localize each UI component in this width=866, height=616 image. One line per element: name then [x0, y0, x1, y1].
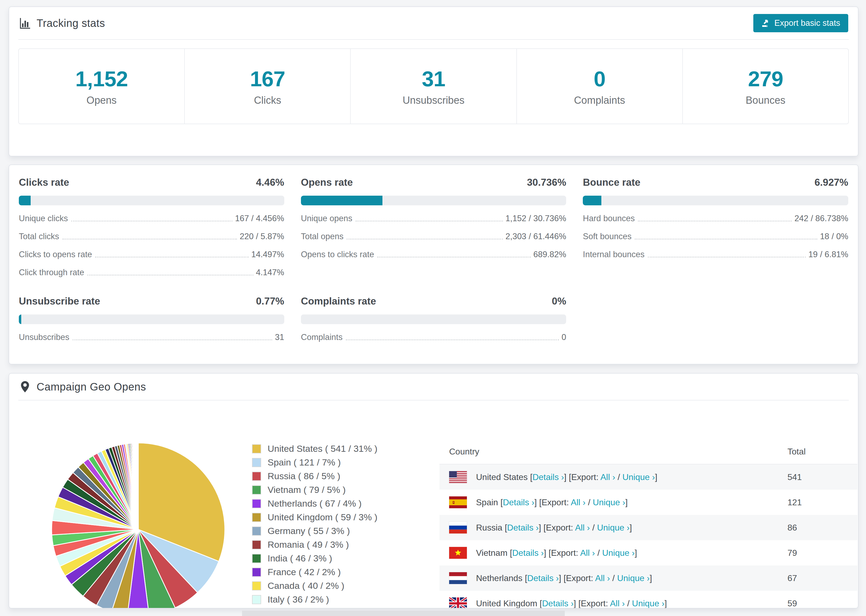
dotted-leader	[72, 339, 272, 340]
tracking-stats-header: Tracking stats Export basic stats	[9, 7, 858, 39]
country-total: 541	[787, 472, 857, 482]
rate-detail-label: Unique clicks	[19, 214, 68, 223]
country-total: 86	[787, 523, 857, 533]
export-unique-link[interactable]: Unique ›	[617, 573, 650, 583]
export-all-link[interactable]: All ›	[610, 599, 625, 608]
export-unique-link[interactable]: Unique ›	[602, 548, 635, 558]
legend-label: Netherlands ( 67 / 4% )	[268, 498, 362, 509]
rate-detail-label: Complaints	[301, 332, 343, 342]
country-total: 59	[787, 599, 857, 608]
legend-label: Russia ( 86 / 5% )	[268, 471, 340, 481]
country-cell: Vietnam [Details ›] [Export: All › / Uni…	[439, 547, 787, 559]
legend-label: Germany ( 55 / 3% )	[268, 526, 350, 536]
legend-color-swatch	[252, 526, 261, 536]
rate-detail-label: Clicks to opens rate	[19, 250, 92, 259]
export-unique-link[interactable]: Unique ›	[632, 599, 664, 608]
rates-card: Clicks rate4.46%Unique clicks167 / 4.456…	[9, 165, 858, 365]
total-column-header: Total	[787, 447, 857, 457]
rate-detail-label: Total clicks	[19, 232, 59, 241]
dotted-leader	[71, 221, 232, 222]
location-pin-icon	[19, 380, 31, 393]
export-icon	[761, 19, 770, 27]
country-total: 67	[787, 573, 857, 583]
rate-detail-value: 1,152 / 30.736%	[505, 214, 567, 223]
legend-item-france: France ( 42 / 2% )	[252, 567, 377, 577]
country-name: Netherlands	[476, 573, 523, 583]
stat-label: Clicks	[254, 94, 281, 106]
country-total: 121	[787, 498, 857, 508]
rate-progress-fill	[19, 314, 21, 324]
export-all-link[interactable]: All ›	[580, 548, 595, 558]
rate-detail-value: 4.147%	[256, 268, 284, 277]
stat-value: 0	[594, 67, 605, 91]
legend-label: Romania ( 49 / 3% )	[268, 539, 349, 550]
export-all-link[interactable]: All ›	[595, 573, 610, 583]
dotted-leader	[638, 221, 792, 222]
rate-detail-row: Clicks to opens rate14.497%	[19, 250, 284, 259]
rate-progress-fill	[583, 196, 601, 205]
flag-russia	[449, 522, 467, 533]
page-title: Tracking stats	[36, 17, 105, 29]
rate-title: Bounce rate	[583, 177, 640, 188]
rate-detail-row: Unique clicks167 / 4.456%	[19, 214, 284, 223]
details-link[interactable]: Details ›	[542, 599, 573, 608]
flag-united-states	[449, 471, 467, 483]
next-section-edge	[242, 611, 565, 616]
country-cell: Spain [Details ›] [Export: All › / Uniqu…	[439, 497, 787, 508]
rate-title: Complaints rate	[301, 295, 376, 307]
legend-color-swatch	[252, 554, 261, 563]
export-label: Export:	[571, 472, 598, 482]
header-divider	[18, 39, 849, 40]
rate-progress-fill	[301, 196, 383, 205]
rate-title: Opens rate	[301, 177, 353, 188]
table-row-gb: United Kingdom [Details ›] [Export: All …	[439, 591, 857, 608]
table-row-nl: Netherlands [Details ›] [Export: All › /…	[439, 566, 857, 591]
export-all-link[interactable]: All ›	[575, 523, 590, 533]
details-link[interactable]: Details ›	[503, 498, 534, 507]
rate-head: Clicks rate4.46%	[19, 177, 284, 188]
rate-progress-bar	[19, 314, 284, 324]
export-all-link[interactable]: All ›	[571, 498, 586, 507]
stat-value: 31	[422, 67, 446, 91]
details-link[interactable]: Details ›	[527, 573, 559, 583]
rate-block-unsubscribe-rate: Unsubscribe rate0.77%Unsubscribes31	[19, 295, 284, 342]
country-column-header: Country	[439, 447, 787, 457]
rate-title: Unsubscribe rate	[19, 295, 100, 307]
details-link[interactable]: Details ›	[512, 548, 544, 558]
export-unique-link[interactable]: Unique ›	[597, 523, 630, 533]
rate-detail-value: 2,303 / 61.446%	[505, 232, 567, 241]
legend-label: Italy ( 36 / 2% )	[268, 594, 329, 605]
stat-label: Bounces	[746, 94, 785, 106]
rate-title: Clicks rate	[19, 177, 69, 188]
rate-detail-row: Hard bounces242 / 86.738%	[583, 214, 848, 223]
details-link[interactable]: Details ›	[507, 523, 539, 533]
legend-label: United States ( 541 / 31% )	[268, 443, 377, 454]
legend-color-swatch	[252, 486, 261, 495]
rate-block-bounce-rate: Bounce rate6.927%Hard bounces242 / 86.73…	[583, 177, 848, 277]
legend-color-swatch	[252, 499, 261, 508]
legend-item-netherlands: Netherlands ( 67 / 4% )	[252, 498, 377, 509]
dotted-leader	[635, 239, 817, 239]
geo-table-header: Country Total	[439, 439, 857, 464]
legend-item-russia: Russia ( 86 / 5% )	[252, 471, 377, 481]
legend-label: Vietnam ( 79 / 5% )	[268, 485, 346, 495]
legend-color-swatch	[252, 458, 261, 467]
legend-label: France ( 42 / 2% )	[268, 567, 341, 577]
export-all-link[interactable]: All ›	[600, 472, 615, 482]
rate-head: Opens rate30.736%	[301, 177, 567, 188]
rate-detail-label: Soft bounces	[583, 232, 631, 241]
dotted-leader	[648, 257, 806, 258]
export-unique-link[interactable]: Unique ›	[622, 472, 655, 482]
details-link[interactable]: Details ›	[532, 472, 564, 482]
stat-box-bounces: 279Bounces	[683, 49, 848, 124]
legend-label: Brazil ( 33 / 2% )	[268, 608, 335, 608]
export-basic-stats-button[interactable]: Export basic stats	[753, 14, 848, 32]
export-unique-link[interactable]: Unique ›	[593, 498, 625, 507]
country-cell: United Kingdom [Details ›] [Export: All …	[439, 597, 787, 608]
rate-detail-value: 167 / 4.456%	[235, 214, 284, 223]
rate-detail-row: Opens to clicks rate689.82%	[301, 250, 567, 259]
stat-value: 279	[748, 67, 783, 91]
legend-item-united-states: United States ( 541 / 31% )	[252, 443, 377, 454]
legend-item-germany: Germany ( 55 / 3% )	[252, 526, 377, 536]
table-row-vn: Vietnam [Details ›] [Export: All › / Uni…	[439, 540, 857, 566]
